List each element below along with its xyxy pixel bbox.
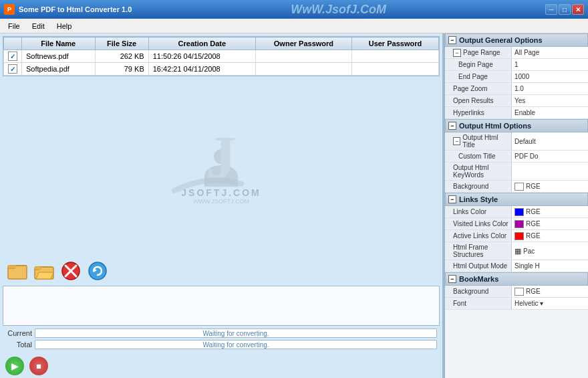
begin-page-label: Begin Page — [445, 59, 512, 70]
remove-button[interactable] — [59, 259, 83, 283]
current-progress-bar: Waiting for converting. — [35, 328, 437, 338]
refresh-icon — [87, 260, 108, 282]
html-title-value: Default — [512, 132, 588, 150]
section-html-title: Output Html Options — [459, 122, 531, 130]
end-page-row: End Page 1000 — [445, 71, 588, 83]
checkbox-0[interactable] — [8, 52, 17, 61]
bottom-controls: ▶ ⏹ — [0, 354, 442, 378]
page-range-value: All Page — [512, 47, 588, 58]
table-row: Softpedia.pdf 79 KB 16:42:21 04/11/2008 — [4, 63, 439, 76]
row-filesize-0: 262 KB — [95, 50, 148, 63]
collapse-html-icon[interactable]: − — [448, 122, 456, 130]
window-controls[interactable]: ─ □ ✕ — [545, 4, 584, 15]
html-background-label: Background — [445, 181, 512, 192]
html-title-row: − Output Html Title Default — [445, 132, 588, 151]
html-frame-value[interactable]: ▦ Pac — [512, 242, 588, 260]
html-output-mode-value[interactable]: Single H — [512, 260, 588, 272]
menu-bar: File Edit Help — [0, 19, 588, 33]
collapse-links-icon[interactable]: − — [448, 195, 456, 203]
custom-title-value[interactable]: PDF Do — [512, 151, 588, 162]
file-table: File Name File Size Creation Date Owner … — [3, 37, 439, 76]
col-creationdate: Creation Date — [148, 37, 255, 50]
section-general-title: Output General Options — [459, 36, 543, 44]
open-folder-button[interactable] — [32, 259, 56, 283]
row-ownerpassword-1 — [256, 63, 352, 76]
menu-edit[interactable]: Edit — [27, 21, 50, 31]
add-files-button[interactable] — [5, 259, 29, 283]
row-filename-0: Softnews.pdf — [22, 50, 96, 63]
current-progress-row: Current Waiting for converting. — [5, 328, 437, 338]
html-output-mode-row: Html Output Mode Single H — [445, 260, 588, 272]
visited-links-swatch — [514, 220, 524, 228]
total-progress-bar: Waiting for converting. — [35, 340, 437, 349]
row-filesize-1: 79 KB — [95, 63, 148, 76]
toolbar — [0, 256, 442, 286]
row-checkbox-1[interactable] — [4, 63, 22, 76]
html-title-label: − Output Html Title — [445, 132, 512, 150]
file-table-container: File Name File Size Creation Date Owner … — [3, 36, 440, 76]
refresh-button[interactable] — [86, 259, 110, 283]
html-keywords-row: Output Html KeyWords — [445, 163, 588, 181]
bookmarks-background-row: Background RGE — [445, 286, 588, 298]
current-progress-text: Waiting for converting. — [35, 329, 436, 338]
collapse-bookmarks-icon[interactable]: − — [448, 275, 456, 283]
minimize-button[interactable]: ─ — [545, 4, 557, 15]
links-color-value[interactable]: RGE — [512, 206, 588, 217]
section-bookmarks: − BookMarks — [445, 272, 588, 286]
html-frame-label: Html Frame Structures — [445, 242, 512, 260]
page-range-row: − Page Range All Page — [445, 47, 588, 59]
row-checkbox-0[interactable] — [4, 50, 22, 63]
row-ownerpassword-0 — [256, 50, 352, 63]
active-links-value[interactable]: RGE — [512, 230, 588, 242]
progress-area — [3, 286, 440, 326]
html-frame-icon: ▦ — [514, 247, 521, 256]
svg-point-7 — [89, 262, 106, 280]
row-creationdate-1: 16:42:21 04/11/2008 — [148, 63, 255, 76]
active-links-swatch — [514, 232, 524, 240]
checkbox-1[interactable] — [8, 64, 17, 74]
links-color-row: Links Color RGE — [445, 206, 588, 218]
menu-help[interactable]: Help — [51, 21, 78, 31]
links-color-swatch — [514, 208, 524, 216]
active-links-row: Active Links Color RGE — [445, 230, 588, 242]
stop-button[interactable]: ⏹ — [29, 357, 48, 375]
end-page-value[interactable]: 1000 — [512, 71, 588, 82]
page-range-label: − Page Range — [445, 47, 512, 58]
begin-page-value[interactable]: 1 — [512, 59, 588, 70]
logo-sub-text: WWW.JSOFTJ.COM — [193, 198, 249, 205]
maximize-button[interactable]: □ — [559, 4, 571, 15]
collapse-page-range-icon[interactable]: − — [453, 49, 461, 57]
play-button[interactable]: ▶ — [5, 357, 24, 375]
svg-rect-1 — [8, 266, 16, 268]
page-zoom-value[interactable]: 1.0 — [512, 83, 588, 94]
html-background-value[interactable]: RGE — [512, 181, 588, 192]
open-results-row: Open Results Yes — [445, 95, 588, 107]
col-filesize: File Size — [95, 37, 148, 50]
bookmarks-background-label: Background — [445, 286, 512, 297]
hyperlinks-label: Hyperlinks — [445, 107, 512, 118]
logo-text-group: J JSOFTJ.COM WWW.JSOFTJ.COM — [181, 130, 261, 205]
close-button[interactable]: ✕ — [572, 4, 584, 15]
html-output-mode-label: Html Output Mode — [445, 260, 512, 272]
logo-area: J JSOFTJ.COM WWW.JSOFTJ.COM — [0, 79, 442, 256]
collapse-html-title-icon[interactable]: − — [453, 137, 460, 145]
svg-rect-3 — [35, 267, 41, 270]
custom-title-row: Custom Title PDF Do — [445, 151, 588, 163]
open-results-value[interactable]: Yes — [512, 95, 588, 106]
bookmarks-background-value[interactable]: RGE — [512, 286, 588, 297]
begin-page-row: Begin Page 1 — [445, 59, 588, 71]
col-ownerpassword: Owner Password — [256, 37, 352, 50]
col-userpassword: User Password — [351, 37, 438, 50]
html-frame-row: Html Frame Structures ▦ Pac — [445, 242, 588, 260]
end-page-label: End Page — [445, 71, 512, 82]
row-filename-1: Softpedia.pdf — [22, 63, 96, 76]
collapse-general-icon[interactable]: − — [448, 36, 456, 44]
html-keywords-value[interactable] — [512, 163, 588, 180]
menu-file[interactable]: File — [3, 21, 25, 31]
visited-links-value[interactable]: RGE — [512, 218, 588, 229]
page-zoom-row: Page Zoom 1.0 — [445, 83, 588, 95]
hyperlinks-value[interactable]: Enable — [512, 107, 588, 118]
progress-bars: Current Waiting for converting. Total Wa… — [0, 326, 442, 354]
bookmarks-font-value[interactable]: Helvetic ▾ — [512, 298, 588, 309]
row-userpassword-1 — [351, 63, 438, 76]
